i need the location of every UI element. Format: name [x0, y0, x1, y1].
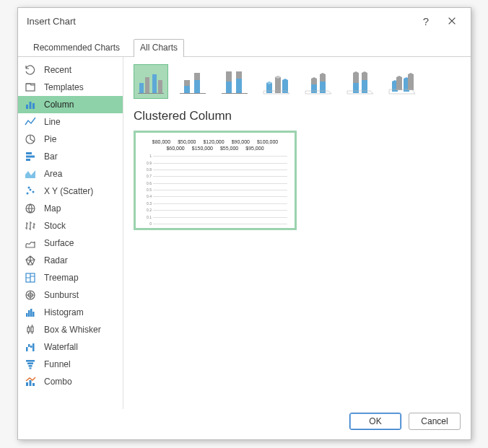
- dialog-footer: OK Cancel: [18, 409, 471, 439]
- sidebar-item-sunburst[interactable]: Sunburst: [18, 286, 123, 304]
- svg-rect-19: [32, 312, 35, 317]
- surface-icon: [24, 237, 37, 250]
- combo-icon: [24, 375, 37, 388]
- cancel-button[interactable]: Cancel: [409, 413, 461, 430]
- svg-rect-42: [180, 93, 206, 94]
- sidebar-item-histogram[interactable]: Histogram: [18, 304, 123, 321]
- svg-rect-34: [145, 77, 149, 93]
- sidebar-item-stock[interactable]: Stock: [18, 217, 123, 234]
- svg-rect-7: [26, 159, 30, 161]
- svg-rect-39: [184, 86, 190, 93]
- svg-rect-22: [26, 347, 28, 351]
- svg-rect-32: [32, 383, 35, 386]
- y-tick: 0.2: [140, 208, 152, 212]
- subtype-stacked-column[interactable]: [175, 64, 210, 99]
- close-icon: [447, 16, 457, 26]
- insert-chart-dialog: Insert Chart ? Recommended Charts All Ch…: [17, 7, 471, 440]
- sidebar-item-label: Pie: [44, 134, 56, 144]
- sidebar-item-label: X Y (Scatter): [44, 186, 93, 196]
- sidebar-item-bar[interactable]: Bar: [18, 148, 123, 165]
- svg-rect-46: [236, 79, 242, 93]
- sidebar-item-label: Box & Whisker: [44, 325, 101, 335]
- sidebar-item-recent[interactable]: Recent: [18, 61, 123, 79]
- svg-rect-6: [26, 156, 35, 158]
- svg-rect-36: [158, 80, 162, 93]
- close-button[interactable]: [437, 11, 466, 31]
- 3d-stacked-column-icon: [304, 67, 333, 96]
- subtype-3d-stacked-column[interactable]: [301, 64, 336, 99]
- sidebar-item-surface[interactable]: Surface: [18, 234, 123, 252]
- column-icon: [24, 98, 37, 111]
- svg-rect-1: [26, 105, 28, 109]
- dialog-titlebar: Insert Chart ?: [18, 8, 471, 34]
- line-icon: [24, 115, 37, 128]
- sidebar-item-label: Map: [44, 203, 61, 214]
- area-icon: [24, 167, 37, 180]
- svg-point-10: [32, 191, 35, 193]
- y-tick: 0.3: [140, 201, 152, 206]
- subtype-3d-clustered-column[interactable]: [259, 64, 294, 99]
- sidebar-item-label: Stock: [44, 221, 66, 231]
- sidebar-item-radar[interactable]: Radar: [18, 252, 123, 269]
- sidebar-item-label: Column: [44, 100, 74, 110]
- subtype-clustered-column[interactable]: [134, 64, 168, 99]
- sidebar-item-boxwhisker[interactable]: Box & Whisker: [18, 321, 123, 338]
- svg-rect-38: [184, 80, 190, 86]
- sidebar-item-pie[interactable]: Pie: [18, 131, 123, 148]
- y-tick: 0: [140, 221, 152, 226]
- svg-rect-40: [194, 73, 200, 80]
- chart-subtype-title: Clustered Column: [134, 109, 461, 123]
- tab-recommended[interactable]: Recommended Charts: [27, 39, 126, 57]
- sidebar-item-label: Radar: [44, 255, 68, 265]
- chart-preview-plot: 1 0.9 0.8 0.7 0.6 0.5 0.4 0.3 0.2 0.1 0: [140, 156, 290, 224]
- chart-preview[interactable]: $80,000 $50,000 $120,000 $90,000 $100,00…: [134, 131, 297, 230]
- svg-rect-23: [28, 344, 30, 347]
- y-tick: 0.1: [140, 215, 152, 219]
- funnel-icon: [24, 358, 37, 371]
- svg-rect-47: [222, 93, 248, 94]
- help-button[interactable]: ?: [414, 15, 437, 27]
- svg-rect-24: [30, 346, 32, 348]
- subtype-3d-100-stacked-column[interactable]: [343, 64, 378, 99]
- ok-button[interactable]: OK: [349, 413, 401, 430]
- 100-stacked-column-icon: [220, 67, 249, 96]
- sidebar-item-map[interactable]: Map: [18, 200, 123, 217]
- svg-point-9: [30, 189, 32, 191]
- sidebar-item-label: Combo: [44, 377, 72, 387]
- sidebar-item-funnel[interactable]: Funnel: [18, 356, 123, 373]
- 3d-clustered-column-icon: [262, 67, 291, 96]
- sidebar-item-column[interactable]: Column: [18, 96, 123, 113]
- subtype-100-stacked-column[interactable]: [217, 64, 252, 99]
- stock-icon: [24, 219, 37, 232]
- legend-value: $50,000: [178, 139, 196, 145]
- svg-rect-5: [26, 152, 32, 154]
- sidebar-item-scatter[interactable]: X Y (Scatter): [18, 183, 123, 200]
- sidebar-item-treemap[interactable]: Treemap: [18, 269, 123, 286]
- svg-point-11: [28, 187, 30, 189]
- waterfall-icon: [24, 341, 37, 353]
- stacked-column-icon: [178, 67, 207, 96]
- sidebar-item-line[interactable]: Line: [18, 113, 123, 131]
- svg-rect-27: [27, 363, 33, 365]
- svg-rect-43: [226, 71, 232, 82]
- sidebar-item-label: Waterfall: [44, 342, 78, 352]
- svg-rect-37: [138, 93, 164, 94]
- svg-rect-26: [26, 360, 35, 362]
- legend-value: $80,000: [152, 139, 170, 145]
- sidebar-item-combo[interactable]: Combo: [18, 373, 123, 390]
- sidebar-item-label: Sunburst: [44, 290, 79, 300]
- treemap-icon: [24, 271, 37, 284]
- sidebar-item-area[interactable]: Area: [18, 165, 123, 183]
- legend-value: $55,000: [220, 145, 238, 151]
- legend-value: $120,000: [203, 139, 224, 145]
- templates-icon: [24, 81, 37, 94]
- subtype-3d-column[interactable]: [385, 64, 419, 99]
- 3d-column-icon: [388, 67, 417, 96]
- sidebar-item-waterfall[interactable]: Waterfall: [18, 338, 123, 356]
- legend-value: $100,000: [257, 139, 278, 145]
- legend-value: $95,000: [245, 145, 263, 151]
- box-whisker-icon: [24, 323, 37, 336]
- chart-main-panel: Clustered Column $80,000 $50,000 $120,00…: [123, 57, 471, 409]
- sidebar-item-templates[interactable]: Templates: [18, 79, 123, 96]
- tab-all-charts[interactable]: All Charts: [134, 39, 184, 57]
